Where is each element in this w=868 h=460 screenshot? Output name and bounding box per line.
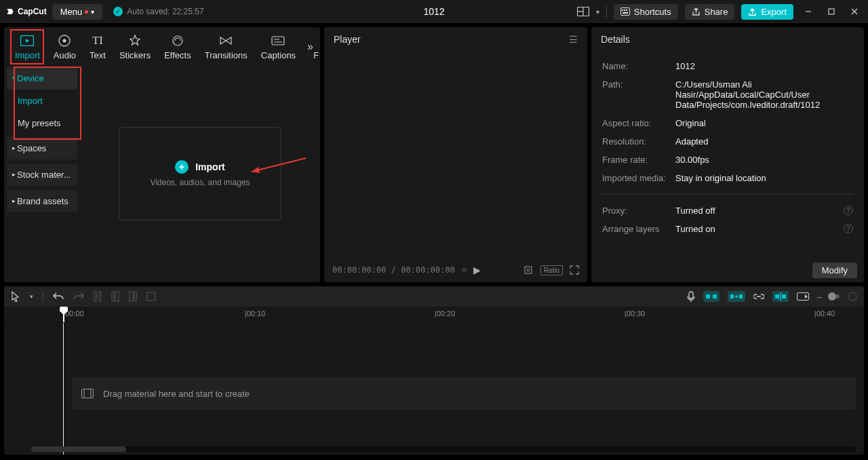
shortcuts-label: Shortcuts — [634, 7, 671, 17]
trim-right-button[interactable] — [129, 291, 137, 302]
svg-point-20 — [527, 269, 530, 271]
sidebar-item-stock[interactable]: ▸Stock mater... — [7, 164, 77, 186]
snap-toggle-3[interactable] — [772, 291, 789, 302]
sidebar-item-spaces[interactable]: ▸Spaces — [7, 137, 77, 159]
capcut-logo-icon — [5, 7, 15, 16]
info-icon[interactable]: ? — [844, 224, 853, 233]
ruler-tick: |00:30 — [625, 309, 645, 318]
modify-button[interactable]: Modify — [812, 263, 857, 278]
tab-text[interactable]: TI Text — [83, 31, 113, 63]
player-viewport — [324, 52, 587, 258]
preview-toggle[interactable] — [797, 292, 809, 301]
detail-label: Name: — [602, 61, 670, 71]
import-dropzone-area: + Import Videos, audios, and images — [80, 64, 320, 282]
project-title: 1012 — [423, 6, 444, 17]
fullscreen-icon[interactable] — [570, 265, 579, 275]
svg-point-32 — [735, 295, 738, 298]
minimize-button[interactable] — [800, 5, 816, 18]
timeline-ruler[interactable]: 00:00 |00:10 |00:20 |00:30 |00:40 — [4, 307, 864, 323]
detail-value: Turned off — [675, 206, 853, 216]
snap-toggle-1[interactable] — [703, 291, 719, 302]
chevron-down-small-icon[interactable]: ▾ — [596, 8, 599, 16]
player-menu-icon[interactable]: ☰ — [569, 34, 578, 45]
delete-button[interactable] — [146, 292, 156, 301]
svg-rect-29 — [706, 294, 710, 299]
svg-rect-7 — [626, 9, 627, 11]
divider — [602, 194, 853, 195]
tab-transitions[interactable]: Transitions — [198, 31, 254, 63]
sidebar-item-brand[interactable]: ▸Brand assets — [7, 190, 77, 212]
layout-icon[interactable] — [577, 7, 589, 16]
check-icon: ✓ — [113, 7, 123, 16]
trim-left-button[interactable] — [111, 291, 119, 302]
ruler-tick: |00:40 — [814, 309, 835, 318]
pointer-dropdown[interactable]: ▾ — [30, 293, 33, 300]
split-button[interactable] — [94, 291, 102, 302]
shortcuts-button[interactable]: Shortcuts — [614, 4, 678, 20]
timeline-toolbar: ▾ – — [4, 286, 864, 307]
playhead[interactable] — [63, 308, 64, 322]
svg-rect-28 — [689, 292, 693, 299]
details-body: Name:1012 Path:C:/Users/Usman Ali Nasir/… — [591, 52, 864, 258]
detail-label: Aspect ratio: — [602, 118, 670, 128]
ratio-button[interactable]: Ratio — [540, 265, 563, 275]
svg-point-13 — [173, 36, 182, 45]
ruler-tick: |00:10 — [245, 309, 265, 318]
sidebar-item-device[interactable]: ▾Device — [7, 67, 77, 90]
play-button[interactable]: ▶ — [473, 265, 481, 275]
undo-button[interactable] — [53, 292, 64, 301]
menu-label: Menu — [60, 7, 83, 17]
chevron-down-icon: ▾ — [91, 8, 94, 16]
player-prev-icon[interactable]: ≡ — [462, 265, 467, 275]
link-toggle[interactable] — [753, 293, 764, 300]
transitions-icon — [219, 34, 233, 47]
tabs-scroll-right[interactable]: » — [304, 39, 316, 54]
tab-audio[interactable]: Audio — [47, 31, 83, 63]
export-button[interactable]: Export — [741, 4, 793, 20]
tab-captions[interactable]: Captions — [254, 31, 302, 63]
sidebar-item-presets[interactable]: My presets — [7, 112, 77, 134]
pointer-tool[interactable] — [11, 291, 20, 302]
stickers-icon — [128, 34, 142, 47]
player-header-label: Player — [334, 34, 361, 45]
share-button[interactable]: Share — [685, 4, 735, 20]
import-dropzone[interactable]: + Import Videos, audios, and images — [119, 127, 281, 221]
tab-stickers[interactable]: Stickers — [113, 31, 157, 63]
zoom-out-button[interactable]: – — [817, 292, 822, 302]
crop-icon[interactable] — [523, 265, 534, 275]
redo-button[interactable] — [73, 292, 84, 301]
info-icon[interactable]: ? — [844, 206, 853, 215]
svg-rect-23 — [112, 292, 114, 301]
close-button[interactable] — [846, 5, 863, 18]
text-icon: TI — [91, 34, 104, 47]
menu-button[interactable]: Menu ▾ — [52, 4, 103, 20]
sidebar-label: Stock mater... — [17, 170, 71, 180]
export-icon — [748, 7, 757, 16]
svg-rect-34 — [775, 294, 779, 299]
svg-rect-4 — [623, 12, 628, 14]
sidebar-item-import[interactable]: Import — [7, 90, 77, 112]
scrollbar-thumb[interactable] — [31, 446, 126, 452]
svg-point-38 — [848, 292, 856, 301]
player-panel: Player ☰ 00:00:00:00 / 00:00:00:00 ≡ ▶ R… — [324, 27, 587, 282]
detail-label: Frame rate: — [602, 155, 670, 165]
snap-toggle-2[interactable] — [728, 291, 745, 302]
svg-rect-3 — [620, 8, 629, 16]
record-audio-button[interactable] — [687, 291, 695, 302]
tab-import[interactable]: Import — [8, 31, 47, 63]
keyboard-icon — [620, 7, 630, 16]
svg-rect-39 — [82, 389, 94, 398]
svg-rect-26 — [134, 292, 136, 301]
timeline-body[interactable]: Drag material here and start to create — [4, 323, 864, 455]
zoom-fit-button[interactable] — [848, 292, 857, 301]
maximize-button[interactable] — [823, 5, 840, 18]
divider — [43, 291, 43, 302]
playhead-line — [63, 323, 64, 455]
zoom-slider[interactable] — [830, 294, 840, 299]
tab-effects[interactable]: Effects — [157, 31, 198, 63]
timeline-scrollbar[interactable] — [31, 446, 856, 452]
ruler-tick: 00:00 — [65, 309, 84, 318]
audio-icon — [58, 34, 71, 47]
sidebar-label: My presets — [18, 118, 61, 128]
timeline-dropzone[interactable]: Drag material here and start to create — [72, 377, 856, 410]
